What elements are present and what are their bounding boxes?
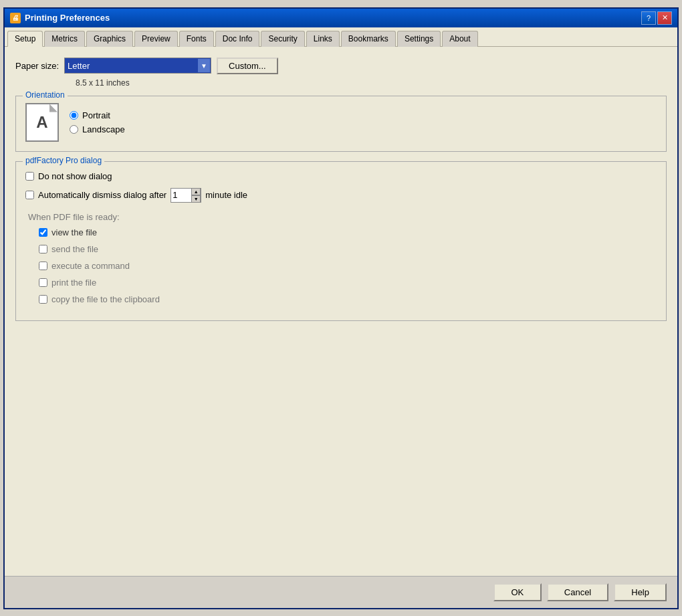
paper-size-select-wrapper: Letter A4 Legal Tabloid ▼ bbox=[64, 58, 211, 74]
page-portrait-icon: A bbox=[25, 103, 59, 142]
pdf-factory-group-label: pdfFactory Pro dialog bbox=[23, 156, 104, 165]
spinner-up-button[interactable]: ▲ bbox=[191, 188, 201, 195]
portrait-radio-row[interactable]: Portrait bbox=[70, 110, 125, 120]
paper-size-label: Paper size: bbox=[15, 61, 59, 71]
titlebar-buttons: ? ✕ bbox=[641, 11, 672, 25]
landscape-radio[interactable] bbox=[70, 125, 78, 134]
setup-content: Paper size: Letter A4 Legal Tabloid ▼ Cu… bbox=[5, 47, 677, 576]
spinner-buttons: ▲ ▼ bbox=[191, 188, 201, 203]
do-not-show-row: Do not show dialog bbox=[25, 171, 657, 181]
tab-security[interactable]: Security bbox=[261, 31, 304, 47]
tab-settings[interactable]: Settings bbox=[397, 31, 441, 47]
cancel-button[interactable]: Cancel bbox=[547, 583, 608, 601]
print-file-checkbox[interactable] bbox=[39, 278, 47, 287]
help-button[interactable]: Help bbox=[614, 583, 667, 601]
tab-metrics[interactable]: Metrics bbox=[44, 31, 85, 47]
landscape-radio-row[interactable]: Landscape bbox=[70, 124, 125, 134]
execute-command-label: execute a command bbox=[51, 261, 130, 271]
titlebar: 🖨 Printing Preferences ? ✕ bbox=[5, 9, 677, 27]
tab-preview[interactable]: Preview bbox=[134, 31, 178, 47]
tab-docinfo[interactable]: Doc Info bbox=[215, 31, 260, 47]
option-copy-clipboard: copy the file to the clipboard bbox=[39, 294, 657, 304]
portrait-label: Portrait bbox=[82, 110, 110, 120]
do-not-show-label: Do not show dialog bbox=[38, 171, 112, 181]
auto-dismiss-row: Automatically dismiss dialog after ▲ ▼ m… bbox=[25, 188, 657, 203]
paper-dimensions: 8.5 x 11 inches bbox=[76, 78, 667, 88]
tab-links[interactable]: Links bbox=[306, 31, 340, 47]
send-file-label: send the file bbox=[51, 244, 98, 254]
print-file-label: print the file bbox=[51, 278, 96, 288]
paper-size-row: Paper size: Letter A4 Legal Tabloid ▼ Cu… bbox=[15, 58, 667, 74]
landscape-label: Landscape bbox=[82, 124, 125, 134]
ok-button[interactable]: OK bbox=[493, 583, 542, 601]
portrait-radio[interactable] bbox=[70, 111, 78, 120]
option-send-file: send the file bbox=[39, 244, 657, 254]
minute-input[interactable] bbox=[171, 189, 191, 202]
orientation-group: Orientation A Portrait Landscape bbox=[15, 96, 667, 152]
spinner-down-button[interactable]: ▼ bbox=[191, 195, 201, 203]
send-file-checkbox[interactable] bbox=[39, 245, 47, 253]
when-ready-label: When PDF file is ready: bbox=[28, 212, 657, 222]
auto-dismiss-checkbox[interactable] bbox=[25, 191, 34, 199]
orientation-group-label: Orientation bbox=[23, 90, 68, 100]
tab-setup[interactable]: Setup bbox=[7, 31, 43, 47]
tab-fonts[interactable]: Fonts bbox=[179, 31, 214, 47]
auto-dismiss-label: Automatically dismiss dialog after bbox=[38, 190, 166, 200]
close-button[interactable]: ✕ bbox=[657, 11, 672, 25]
window-title: Printing Preferences bbox=[25, 13, 110, 23]
custom-button[interactable]: Custom... bbox=[217, 58, 278, 74]
copy-clipboard-label: copy the file to the clipboard bbox=[51, 294, 160, 304]
option-execute-command: execute a command bbox=[39, 261, 657, 271]
minute-idle-label: minute idle bbox=[205, 190, 247, 200]
view-file-checkbox[interactable] bbox=[39, 228, 47, 237]
paper-size-select[interactable]: Letter A4 Legal Tabloid bbox=[64, 58, 211, 74]
do-not-show-checkbox[interactable] bbox=[25, 172, 34, 181]
radio-group: Portrait Landscape bbox=[70, 110, 125, 134]
tab-about[interactable]: About bbox=[442, 31, 477, 47]
pdf-factory-group: pdfFactory Pro dialog Do not show dialog… bbox=[15, 161, 667, 321]
option-print-file: print the file bbox=[39, 278, 657, 288]
minute-spinner: ▲ ▼ bbox=[170, 188, 201, 203]
tab-bookmarks[interactable]: Bookmarks bbox=[341, 31, 396, 47]
view-file-label: view the file bbox=[51, 227, 97, 237]
copy-clipboard-checkbox[interactable] bbox=[39, 295, 47, 304]
titlebar-left: 🖨 Printing Preferences bbox=[10, 13, 110, 23]
orientation-body: A Portrait Landscape bbox=[25, 103, 657, 142]
printing-preferences-window: 🖨 Printing Preferences ? ✕ Setup Metrics… bbox=[3, 7, 679, 609]
help-titlebar-button[interactable]: ? bbox=[641, 11, 656, 25]
execute-command-checkbox[interactable] bbox=[39, 262, 47, 270]
tab-graphics[interactable]: Graphics bbox=[86, 31, 133, 47]
bottom-bar: OK Cancel Help bbox=[5, 576, 677, 608]
tabs-bar: Setup Metrics Graphics Preview Fonts Doc… bbox=[5, 27, 677, 47]
option-view-file: view the file bbox=[39, 227, 657, 237]
printer-icon: 🖨 bbox=[10, 13, 21, 23]
